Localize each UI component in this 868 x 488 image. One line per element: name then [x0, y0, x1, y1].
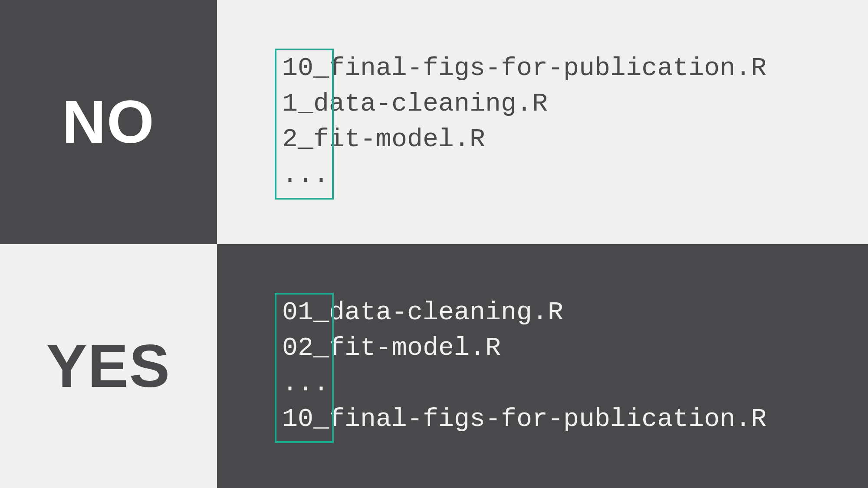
yes-line-2: 02_fit-model.R: [282, 333, 501, 363]
yes-line-4: 10_final-figs-for-publication.R: [282, 404, 766, 434]
slide: NO 10_final-figs-for-publication.R 1_dat…: [0, 0, 868, 488]
no-label: NO: [62, 87, 155, 157]
no-line-3: 2_fit-model.R: [282, 124, 485, 154]
yes-line-3: ...: [282, 369, 329, 398]
no-line-4: ...: [282, 160, 329, 190]
no-section: NO 10_final-figs-for-publication.R 1_dat…: [0, 0, 868, 244]
no-code-block: 10_final-figs-for-publication.R 1_data-c…: [282, 50, 766, 193]
no-line-2: 1_data-cleaning.R: [282, 89, 548, 118]
yes-content-panel: 01_data-cleaning.R 02_fit-model.R ... 10…: [217, 244, 868, 488]
yes-section: YES 01_data-cleaning.R 02_fit-model.R ..…: [0, 244, 868, 488]
no-label-panel: NO: [0, 0, 217, 244]
yes-code-block: 01_data-cleaning.R 02_fit-model.R ... 10…: [282, 295, 766, 437]
no-line-1: 10_final-figs-for-publication.R: [282, 53, 766, 83]
yes-label: YES: [46, 331, 171, 401]
yes-line-1: 01_data-cleaning.R: [282, 298, 563, 327]
no-content-panel: 10_final-figs-for-publication.R 1_data-c…: [217, 0, 868, 244]
yes-label-panel: YES: [0, 244, 217, 488]
